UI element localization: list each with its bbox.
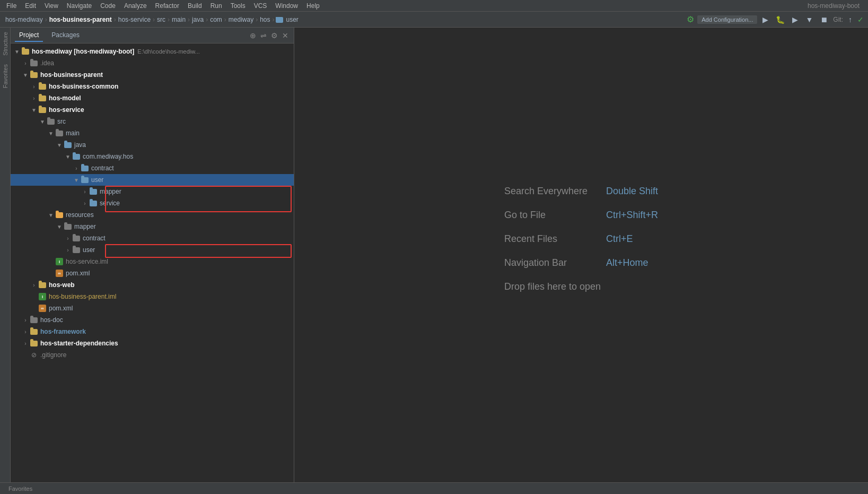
tree-label-src: src: [57, 118, 66, 125]
tree-item-service[interactable]: › service: [11, 197, 294, 209]
menu-view[interactable]: View: [40, 0, 63, 12]
panel-locate-button[interactable]: ⊕: [249, 30, 257, 41]
breadcrumb-mediway[interactable]: mediway: [227, 16, 255, 23]
breadcrumb-user[interactable]: user: [285, 16, 300, 23]
tree-label-hos-web: hos-web: [49, 281, 75, 289]
folder-icon-user2: [72, 246, 81, 254]
bottom-tab-favorites[interactable]: Favorites: [4, 483, 37, 495]
breadcrumb-com[interactable]: com: [209, 16, 223, 23]
menu-code[interactable]: Code: [96, 0, 120, 12]
tree-item-java[interactable]: ▼ java: [11, 139, 294, 151]
folder-icon-com-mediway-hos: [72, 152, 81, 161]
menu-run[interactable]: Run: [206, 0, 226, 12]
tree-item-root[interactable]: ▼ hos-mediway [hos-mediway-boot] E:\dh\c…: [11, 46, 294, 57]
tree-label-java: java: [74, 141, 86, 149]
tree-item-contract2[interactable]: › contract: [11, 232, 294, 244]
git-label: Git:: [833, 16, 843, 23]
menu-analyze[interactable]: Analyze: [120, 0, 151, 12]
tree-item-com-mediway-hos[interactable]: ▼ com.mediway.hos: [11, 151, 294, 162]
menu-build[interactable]: Build: [183, 0, 206, 12]
breadcrumb-hosmedway[interactable]: hos-mediway: [4, 16, 44, 23]
add-configuration-button[interactable]: Add Configuration...: [697, 15, 757, 24]
tree-item-pom-xml-2[interactable]: m pom.xml: [11, 302, 294, 314]
menu-refactor[interactable]: Refactor: [151, 0, 183, 12]
tree-container[interactable]: ▼ hos-mediway [hos-mediway-boot] E:\dh\c…: [11, 44, 294, 363]
run-button[interactable]: ▶: [760, 14, 770, 25]
menu-help[interactable]: Help: [302, 0, 324, 12]
breadcrumb-main[interactable]: main: [171, 16, 187, 23]
folder-icon-contract: [81, 164, 89, 172]
tree-item-hos-service-iml[interactable]: I hos-service.iml: [11, 256, 294, 267]
folder-icon-hos-business-parent: [30, 71, 38, 79]
tree-item-src[interactable]: ▼ src: [11, 116, 294, 127]
menu-vcs[interactable]: VCS: [250, 0, 271, 12]
welcome-content: Search Everywhere Double Shift Go to Fil…: [504, 186, 658, 292]
tree-item-mapper[interactable]: › mapper: [11, 186, 294, 197]
tree-item-hos-business-common[interactable]: › hos-business-common: [11, 81, 294, 92]
folder-icon-idea: [30, 59, 38, 67]
panel-collapse-button[interactable]: ⇌: [259, 30, 268, 41]
menu-navigate[interactable]: Navigate: [63, 0, 96, 12]
tree-item-hos-framework[interactable]: › hos-framework: [11, 326, 294, 337]
menu-edit[interactable]: Edit: [21, 0, 40, 12]
breadcrumb-java[interactable]: java: [191, 16, 205, 23]
menu-window[interactable]: Window: [271, 0, 302, 12]
project-panel: Project Packages ⊕ ⇌ ⚙ ✕ ▼ hos-mediway […: [11, 28, 294, 482]
tree-item-hos-business-parent[interactable]: ▼ hos-business-parent: [11, 69, 294, 81]
tree-item-hos-business-parent-iml[interactable]: I hos-business-parent.iml: [11, 291, 294, 302]
panel-tab-project[interactable]: Project: [15, 29, 43, 42]
tree-item-pom-xml-1[interactable]: m pom.xml: [11, 267, 294, 279]
breadcrumb-service[interactable]: hos-service: [117, 16, 152, 23]
tree-item-hos-starter-dependencies[interactable]: › hos-starter-dependencies: [11, 337, 294, 349]
tree-label-contract: contract: [91, 164, 114, 172]
tree-item-user2[interactable]: › user: [11, 244, 294, 256]
tree-item-hos-doc[interactable]: › hos-doc: [11, 314, 294, 326]
folder-icon-src: [47, 117, 55, 126]
profile-button[interactable]: ▼: [803, 14, 815, 25]
editor-area: Search Everywhere Double Shift Go to Fil…: [294, 28, 868, 482]
tree-item-idea[interactable]: › .idea: [11, 57, 294, 69]
tree-item-hos-model[interactable]: › hos-model: [11, 92, 294, 104]
panel-tab-packages[interactable]: Packages: [47, 29, 84, 42]
folder-icon-hos-business-common: [38, 82, 47, 91]
tree-label-pom-xml-2: pom.xml: [49, 305, 73, 312]
tree-item-contract[interactable]: › contract: [11, 162, 294, 174]
folder-icon-java: [64, 141, 72, 149]
file-icon-hos-business-parent-iml: I: [38, 292, 47, 301]
breadcrumb-src[interactable]: src: [156, 16, 166, 23]
tree-label-hos-framework: hos-framework: [40, 328, 86, 335]
tree-label-user2: user: [83, 246, 95, 254]
sidebar-structure-tab[interactable]: Structure: [1, 28, 10, 60]
tree-label-idea: .idea: [40, 59, 54, 67]
folder-icon-service: [89, 199, 98, 207]
debug-button[interactable]: 🐛: [774, 14, 787, 25]
coverage-button[interactable]: ▶: [790, 14, 800, 25]
welcome-row-navbar: Navigation Bar Alt+Home: [504, 257, 658, 268]
folder-icon-main: [55, 129, 64, 137]
folder-icon-hos-web: [38, 281, 47, 289]
side-tabs-left: Structure Favorites: [0, 28, 11, 482]
panel-close-button[interactable]: ✕: [281, 30, 290, 41]
breadcrumb-business-parent[interactable]: hos-business-parent: [48, 16, 113, 23]
welcome-row-gotofile: Go to File Ctrl+Shift+R: [504, 210, 658, 221]
stop-button[interactable]: ⏹: [818, 14, 830, 25]
git-up-button[interactable]: ↑: [846, 14, 854, 25]
nav-actions: ⚙ Add Configuration... ▶ 🐛 ▶ ▼ ⏹ Git: ↑ …: [687, 14, 864, 25]
menu-tools[interactable]: Tools: [226, 0, 250, 12]
tree-item-mapper2[interactable]: ▼ mapper: [11, 221, 294, 232]
panel-settings-button[interactable]: ⚙: [270, 30, 279, 41]
git-check: ✓: [857, 15, 864, 24]
tree-item-user[interactable]: ▼ user: [11, 174, 294, 186]
tree-item-gitignore[interactable]: ⊘ .gitignore: [11, 349, 294, 361]
bottom-tabs: Favorites: [0, 482, 868, 494]
tree-item-resources[interactable]: ▼ resources: [11, 209, 294, 221]
nav-bar: hos-mediway › hos-business-parent › hos-…: [0, 12, 868, 28]
sidebar-favorites-tab[interactable]: Favorites: [1, 60, 10, 92]
tree-item-hos-web[interactable]: › hos-web: [11, 279, 294, 291]
breadcrumb-hos[interactable]: hos: [259, 16, 271, 23]
tree-item-hos-service[interactable]: ▼ hos-service: [11, 104, 294, 116]
welcome-label-gotofile: Go to File: [504, 210, 600, 221]
folder-icon-user: [81, 176, 89, 184]
tree-item-main[interactable]: ▼ main: [11, 127, 294, 139]
menu-file[interactable]: File: [2, 0, 21, 12]
